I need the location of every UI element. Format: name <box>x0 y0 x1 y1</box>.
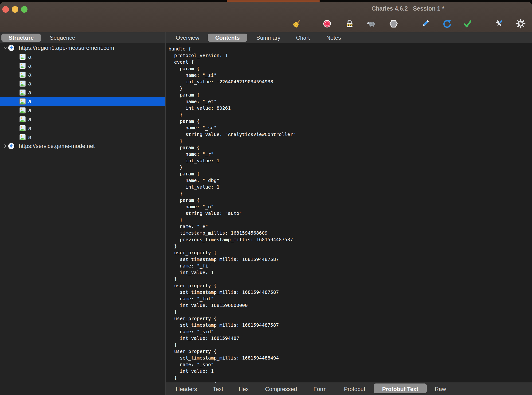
request-label: a <box>28 89 31 96</box>
image-file-icon <box>19 134 26 140</box>
request-label: a <box>28 62 31 69</box>
tree-item-request[interactable]: a <box>0 115 165 124</box>
image-file-icon <box>19 98 26 105</box>
request-label: a <box>28 125 31 132</box>
screen: { "window": { "title": "Charles 4.6.2 - … <box>0 0 532 395</box>
charles-window: Charles 4.6.2 - Session 1 * <box>0 2 532 395</box>
tree-host-game-mode[interactable]: https://service.game-mode.net <box>0 142 165 151</box>
contents-view[interactable]: bundle { protocol_version: 1 event { par… <box>166 43 532 383</box>
validate-check-icon[interactable] <box>462 19 473 29</box>
tab-sequence[interactable]: Sequence <box>50 34 75 41</box>
tab-form[interactable]: Form <box>313 386 327 392</box>
image-file-icon <box>19 89 26 96</box>
image-file-icon <box>19 125 26 132</box>
image-file-icon <box>19 107 26 114</box>
image-file-icon <box>19 80 26 87</box>
tab-text[interactable]: Text <box>213 386 223 392</box>
close-button[interactable] <box>2 6 9 13</box>
request-label: a <box>28 107 31 114</box>
breakpoints-hexagon-icon[interactable] <box>388 19 399 29</box>
request-label: a <box>28 116 31 123</box>
ssl-lock-icon[interactable] <box>344 19 355 29</box>
tree-item-request[interactable]: a <box>0 133 165 142</box>
chevron-down-icon[interactable] <box>3 46 7 50</box>
tab-notes[interactable]: Notes <box>326 34 341 41</box>
image-file-icon <box>19 62 26 69</box>
chevron-right-icon[interactable] <box>3 144 7 148</box>
tab-raw[interactable]: Raw <box>435 386 446 392</box>
window-title: Charles 4.6.2 - Session 1 * <box>371 5 444 12</box>
host-label: https://region1.app-measurement.com <box>19 45 114 51</box>
tab-chart[interactable]: Chart <box>296 34 310 41</box>
request-label: a <box>28 80 31 87</box>
zoom-button[interactable] <box>21 6 28 13</box>
protobuf-text: bundle { protocol_version: 1 event { par… <box>166 43 532 383</box>
titlebar: Charles 4.6.2 - Session 1 * <box>0 2 532 32</box>
compose-pen-icon[interactable] <box>420 19 430 29</box>
settings-gear-icon[interactable] <box>515 19 526 29</box>
minimize-button[interactable] <box>12 6 18 13</box>
tree-item-request[interactable]: a <box>0 52 165 61</box>
tools-icon[interactable] <box>494 19 504 29</box>
tab-protobuf[interactable]: Protobuf <box>344 386 366 392</box>
tab-headers[interactable]: Headers <box>176 386 197 392</box>
tree-item-request[interactable]: a <box>0 70 165 79</box>
request-label: a <box>28 71 31 78</box>
panel-divider[interactable] <box>165 32 166 395</box>
image-file-icon <box>19 116 26 123</box>
repeat-icon[interactable] <box>442 19 452 29</box>
tab-compressed[interactable]: Compressed <box>265 386 297 392</box>
tab-contents[interactable]: Contents <box>215 34 240 41</box>
lightning-favicon-icon <box>8 143 15 149</box>
tree-item-request-selected[interactable]: a <box>0 97 165 106</box>
tab-overview[interactable]: Overview <box>176 34 199 41</box>
tree-item-request[interactable]: a <box>0 124 165 133</box>
content-type-tabbar: Headers Text Hex Compressed Form Protobu… <box>166 383 532 395</box>
request-label: a <box>28 98 31 105</box>
tree-item-request[interactable]: a <box>0 106 165 115</box>
tree-item-request[interactable]: a <box>0 88 165 97</box>
tree-item-request[interactable]: a <box>0 79 165 88</box>
tab-hex[interactable]: Hex <box>239 386 249 392</box>
throttle-turtle-icon[interactable] <box>366 19 377 29</box>
host-tree: https://region1.app-measurement.com a a … <box>0 43 165 151</box>
tab-strip: Structure Sequence Overview Contents Sum… <box>0 32 532 43</box>
tab-structure[interactable]: Structure <box>9 34 34 41</box>
tree-item-request[interactable]: a <box>0 61 165 70</box>
host-label: https://service.game-mode.net <box>19 143 95 149</box>
background-window-sliver <box>227 0 320 2</box>
tab-protobuf-text[interactable]: Protobuf Text <box>382 386 418 392</box>
record-icon[interactable] <box>322 19 332 29</box>
image-file-icon <box>19 54 26 60</box>
tab-summary[interactable]: Summary <box>256 34 281 41</box>
lightning-favicon-icon <box>8 45 15 51</box>
request-label: a <box>28 134 31 140</box>
structure-tree-panel: https://region1.app-measurement.com a a … <box>0 43 165 395</box>
image-file-icon <box>19 71 26 78</box>
tree-host-region1[interactable]: https://region1.app-measurement.com <box>0 44 165 52</box>
broom-icon[interactable] <box>292 19 302 29</box>
request-label: a <box>28 54 31 60</box>
